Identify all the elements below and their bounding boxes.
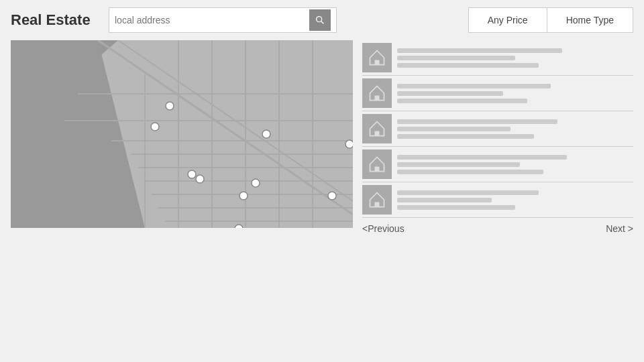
search-icon xyxy=(315,15,325,25)
listing-item[interactable] xyxy=(362,40,633,76)
svg-point-32 xyxy=(235,225,243,228)
home-icon xyxy=(368,48,386,67)
svg-point-23 xyxy=(166,102,174,110)
listing-line xyxy=(397,162,520,167)
svg-point-28 xyxy=(196,175,204,183)
listing-thumbnail xyxy=(362,78,392,108)
svg-point-24 xyxy=(151,123,159,131)
listing-line xyxy=(397,190,539,195)
svg-point-27 xyxy=(188,170,196,178)
listing-thumbnail xyxy=(362,114,392,143)
previous-button[interactable]: <Previous xyxy=(362,223,405,234)
listing-line xyxy=(397,91,503,96)
next-button[interactable]: Next > xyxy=(606,223,633,234)
svg-point-30 xyxy=(239,192,248,200)
listing-thumbnail xyxy=(362,43,392,72)
listing-thumbnail xyxy=(362,149,392,179)
listing-item[interactable] xyxy=(362,182,633,218)
search-button[interactable] xyxy=(309,9,331,31)
listing-line xyxy=(397,134,534,139)
svg-point-0 xyxy=(317,17,322,22)
listing-item[interactable] xyxy=(362,111,633,147)
listing-details xyxy=(397,84,633,103)
listing-details xyxy=(397,190,633,210)
search-input[interactable] xyxy=(115,15,309,25)
listing-line xyxy=(397,48,562,53)
listing-details xyxy=(397,119,633,139)
map-svg xyxy=(11,40,353,228)
svg-rect-35 xyxy=(375,60,380,65)
listing-line xyxy=(397,56,515,60)
listing-line xyxy=(397,127,511,131)
home-icon xyxy=(368,119,386,138)
listing-line xyxy=(397,155,567,160)
svg-line-1 xyxy=(321,21,324,24)
svg-rect-39 xyxy=(375,202,380,207)
listing-line xyxy=(397,99,527,103)
header: Real Estate Any Price Home Type xyxy=(0,0,644,40)
filter-buttons: Any Price Home Type xyxy=(468,7,633,33)
listing-line xyxy=(397,205,515,210)
listing-details xyxy=(397,48,633,68)
home-icon xyxy=(368,155,386,174)
svg-rect-37 xyxy=(375,131,380,136)
search-bar xyxy=(109,7,337,33)
listing-line xyxy=(397,119,557,124)
home-type-filter-button[interactable]: Home Type xyxy=(547,7,633,33)
svg-point-31 xyxy=(328,192,336,200)
home-icon xyxy=(368,84,386,103)
app-title: Real Estate xyxy=(11,11,98,29)
listing-line xyxy=(397,63,539,68)
listing-line xyxy=(397,198,492,202)
svg-rect-38 xyxy=(375,167,380,172)
listings-panel: <Previous Next > xyxy=(353,40,633,228)
svg-point-26 xyxy=(345,140,353,148)
listing-line xyxy=(397,170,543,174)
map-container[interactable] xyxy=(11,40,353,228)
main-content: <Previous Next > xyxy=(0,40,644,362)
listing-line xyxy=(397,84,551,88)
price-filter-button[interactable]: Any Price xyxy=(468,7,547,33)
svg-rect-36 xyxy=(375,96,380,101)
svg-point-29 xyxy=(252,179,260,187)
pagination: <Previous Next > xyxy=(362,218,633,237)
home-icon xyxy=(368,190,386,209)
listing-item[interactable] xyxy=(362,76,633,111)
listing-thumbnail xyxy=(362,185,392,215)
listing-item[interactable] xyxy=(362,147,633,182)
listing-details xyxy=(397,155,633,174)
svg-point-25 xyxy=(262,130,270,138)
